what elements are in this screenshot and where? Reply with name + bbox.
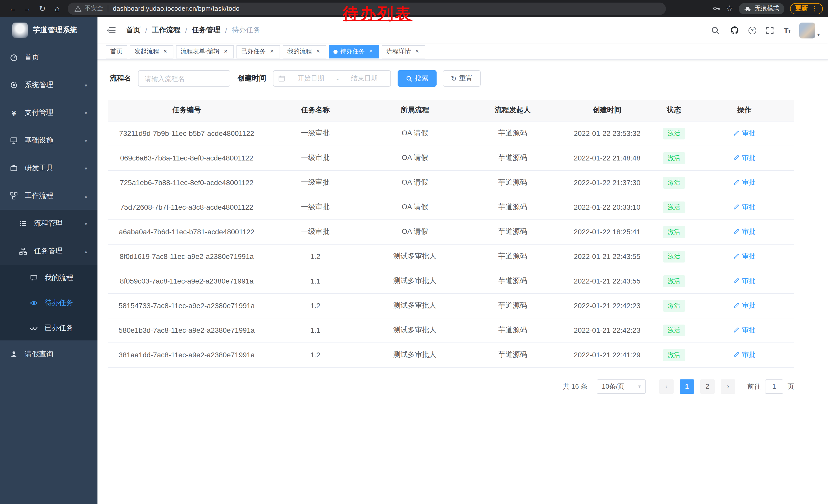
tab-close-icon[interactable]: × (367, 48, 374, 55)
browser-reload-button[interactable]: ↻ (35, 2, 50, 15)
reset-button[interactable]: ↻ 重置 (443, 70, 481, 87)
sidebar-item-system[interactable]: 系统管理 ▾ (0, 71, 97, 99)
help-icon[interactable]: ? (748, 27, 756, 34)
sidebar-item-home[interactable]: 首页 (0, 44, 97, 71)
app-logo-row[interactable]: 芋道管理系统 (0, 17, 97, 44)
sidebar-item-infra[interactable]: 基础设施 ▾ (0, 127, 97, 154)
sidebar-item-devtools[interactable]: 研发工具 ▾ (0, 154, 97, 182)
tab-close-icon[interactable]: × (413, 48, 421, 55)
bookmark-star-icon[interactable]: ☆ (726, 4, 733, 13)
chat-icon (30, 274, 38, 282)
page-size-select[interactable]: 10条/页 ▾ (596, 379, 646, 394)
next-page-button[interactable]: › (721, 379, 735, 394)
top-navbar: 首页 / 工作流程 / 任务管理 / 待办任务 ? (97, 17, 828, 44)
col-process: 所属流程 (365, 100, 464, 121)
edit-pen-icon (733, 204, 740, 211)
cell-status: 激活 (653, 342, 695, 367)
approve-link-label: 审批 (742, 129, 755, 138)
col-task-name: 任务名称 (265, 100, 365, 121)
browser-update-button[interactable]: 更新 ⋮ (790, 3, 823, 14)
tab-item[interactable]: 待办任务× (329, 45, 379, 58)
search-icon[interactable] (710, 25, 720, 35)
breadcrumb-home[interactable]: 首页 (126, 26, 140, 35)
cell-task-id: 381aa1dd-7ac8-11ec-a9e2-a2380e71991a (108, 342, 265, 367)
goto-page-input[interactable] (765, 379, 783, 394)
cell-task-name: 一级审批 (265, 220, 365, 244)
page-button-2[interactable]: 2 (700, 379, 715, 394)
tab-close-icon[interactable]: × (162, 48, 169, 55)
approve-link[interactable]: 审批 (733, 252, 755, 261)
tab-item[interactable]: 发起流程× (130, 45, 173, 58)
approve-link[interactable]: 审批 (733, 276, 755, 286)
browser-home-button[interactable]: ⌂ (50, 2, 65, 15)
approve-link[interactable]: 审批 (733, 227, 755, 236)
table-row: 069c6a63-7b8a-11ec-8ef0-acde48001122 一级审… (108, 146, 794, 170)
github-icon[interactable] (729, 25, 740, 35)
cell-actions: 审批 (695, 244, 794, 269)
tab-close-icon[interactable]: × (222, 48, 229, 55)
cell-task-name: 一级审批 (265, 195, 365, 220)
cell-created: 2022-01-21 22:42:23 (561, 293, 653, 318)
search-button-label: 搜索 (415, 74, 428, 83)
key-icon[interactable] (712, 5, 720, 12)
edit-pen-icon (733, 327, 740, 333)
sidebar-item-workflow[interactable]: 工作流程 ▴ (0, 182, 97, 210)
incognito-badge: 无痕模式 (739, 3, 784, 14)
approve-link[interactable]: 审批 (733, 129, 755, 138)
sidebar-item-leave-query[interactable]: 请假查询 (0, 340, 97, 368)
approve-link[interactable]: 审批 (733, 178, 755, 187)
cell-process: 测试多审批人 (365, 342, 464, 367)
cell-task-id: 580e1b3d-7ac8-11ec-a9e2-a2380e71991a (108, 318, 265, 342)
tab-item[interactable]: 已办任务× (237, 45, 280, 58)
prev-page-button[interactable]: ‹ (659, 379, 673, 394)
cell-status: 激活 (653, 318, 695, 342)
tab-close-icon[interactable]: × (315, 48, 322, 55)
sidebar-item-label: 首页 (25, 53, 39, 62)
approve-link[interactable]: 审批 (733, 326, 755, 335)
sidebar-toggle-button[interactable] (106, 25, 117, 36)
sidebar-item-todo-task[interactable]: 待办任务 (0, 290, 97, 315)
search-button[interactable]: 搜索 (398, 70, 437, 87)
forward-icon: → (24, 4, 31, 13)
sidebar-item-my-process[interactable]: 我的流程 (0, 265, 97, 290)
approve-link[interactable]: 审批 (733, 350, 755, 359)
page-button-1[interactable]: 1 (680, 379, 694, 394)
sidebar-item-process-mgmt[interactable]: 流程管理 ▾ (0, 210, 97, 237)
sidebar-item-payment[interactable]: ¥ 支付管理 ▾ (0, 99, 97, 127)
reset-button-label: 重置 (459, 74, 472, 83)
user-menu[interactable]: ▾ (799, 22, 820, 38)
fullscreen-icon[interactable] (764, 25, 775, 35)
cell-process: 测试多审批人 (365, 244, 464, 269)
tab-bar: 首页发起流程×流程表单-编辑×已办任务×我的流程×待办任务×流程详情× (97, 44, 828, 60)
status-badge: 激活 (663, 127, 686, 139)
approve-link-label: 审批 (742, 178, 755, 187)
process-name-input[interactable] (138, 70, 230, 87)
sidebar-item-task-mgmt[interactable]: 任务管理 ▴ (0, 237, 97, 265)
active-tab-dot-icon (333, 49, 338, 54)
cell-process: 测试多审批人 (365, 293, 464, 318)
tab-close-icon[interactable]: × (268, 48, 276, 55)
reload-icon: ↻ (39, 4, 45, 13)
breadcrumb-workflow[interactable]: 工作流程 (152, 26, 180, 35)
tab-item[interactable]: 首页 (106, 45, 127, 58)
end-date-placeholder[interactable]: 结束日期 (343, 74, 386, 83)
tab-item[interactable]: 流程表单-编辑× (176, 45, 234, 58)
approve-link[interactable]: 审批 (733, 202, 755, 212)
approve-link[interactable]: 审批 (733, 301, 755, 310)
sidebar-item-done-task[interactable]: 已办任务 (0, 315, 97, 340)
approve-link-label: 审批 (742, 301, 755, 310)
breadcrumb-task-mgmt[interactable]: 任务管理 (192, 26, 220, 35)
browser-back-button[interactable]: ← (5, 2, 20, 15)
tab-item[interactable]: 流程详情× (382, 45, 425, 58)
cell-created: 2022-01-22 18:25:41 (561, 220, 653, 244)
approve-link[interactable]: 审批 (733, 153, 755, 163)
browser-menu-icon[interactable]: ⋮ (811, 5, 818, 12)
date-range-picker[interactable]: 开始日期 - 结束日期 (273, 70, 391, 87)
tab-item[interactable]: 我的流程× (283, 45, 326, 58)
font-size-icon[interactable]: TT (784, 26, 791, 35)
status-badge: 激活 (663, 349, 686, 361)
refresh-icon: ↻ (451, 75, 457, 82)
table-header-row: 任务编号 任务名称 所属流程 流程发起人 创建时间 状态 操作 (108, 100, 794, 121)
start-date-placeholder[interactable]: 开始日期 (289, 74, 332, 83)
browser-forward-button[interactable]: → (20, 2, 35, 15)
